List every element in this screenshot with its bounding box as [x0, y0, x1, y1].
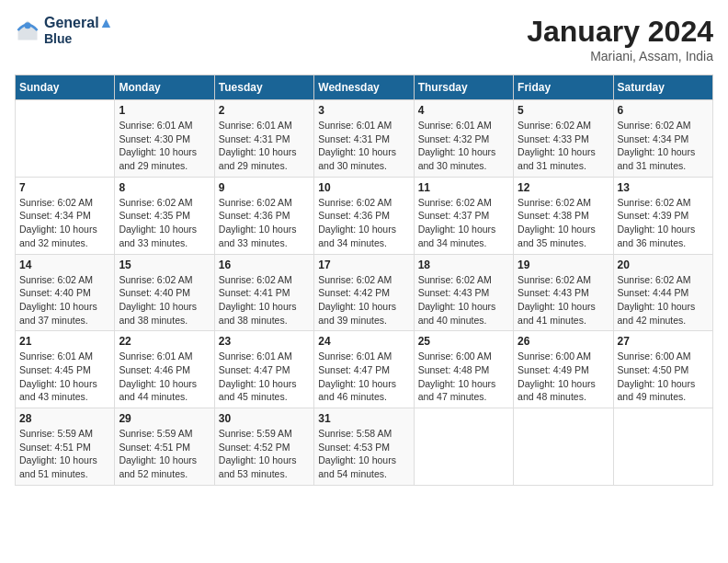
calendar-week-1: 1Sunrise: 6:01 AM Sunset: 4:30 PM Daylig… — [16, 100, 713, 178]
day-number: 23 — [219, 335, 310, 348]
calendar-cell: 19Sunrise: 6:02 AM Sunset: 4:43 PM Dayli… — [514, 254, 613, 331]
day-info: Sunrise: 6:02 AM Sunset: 4:33 PM Dayligh… — [518, 119, 609, 173]
calendar-cell — [613, 408, 712, 486]
day-number: 12 — [518, 181, 609, 194]
day-number: 6 — [618, 104, 709, 117]
day-number: 5 — [518, 104, 609, 117]
day-info: Sunrise: 6:02 AM Sunset: 4:41 PM Dayligh… — [219, 273, 310, 327]
day-info: Sunrise: 6:02 AM Sunset: 4:39 PM Dayligh… — [618, 196, 709, 250]
calendar-table: SundayMondayTuesdayWednesdayThursdayFrid… — [15, 75, 713, 486]
day-info: Sunrise: 6:02 AM Sunset: 4:34 PM Dayligh… — [618, 119, 709, 173]
calendar-cell: 2Sunrise: 6:01 AM Sunset: 4:31 PM Daylig… — [214, 100, 313, 178]
day-info: Sunrise: 6:02 AM Sunset: 4:43 PM Dayligh… — [418, 273, 509, 327]
calendar-cell: 9Sunrise: 6:02 AM Sunset: 4:36 PM Daylig… — [214, 177, 313, 254]
day-number: 25 — [418, 335, 509, 348]
header-day-monday: Monday — [115, 75, 214, 100]
day-number: 7 — [19, 181, 110, 194]
page-header: General▲ Blue January 2024 Mariani, Assa… — [15, 15, 713, 63]
calendar-cell: 20Sunrise: 6:02 AM Sunset: 4:44 PM Dayli… — [613, 254, 712, 331]
svg-point-2 — [25, 22, 31, 29]
calendar-cell: 13Sunrise: 6:02 AM Sunset: 4:39 PM Dayli… — [613, 177, 712, 254]
logo-text: General▲ Blue — [44, 15, 113, 46]
day-info: Sunrise: 6:01 AM Sunset: 4:46 PM Dayligh… — [119, 350, 210, 404]
calendar-cell: 16Sunrise: 6:02 AM Sunset: 4:41 PM Dayli… — [214, 254, 313, 331]
calendar-cell — [514, 408, 613, 486]
day-info: Sunrise: 5:59 AM Sunset: 4:51 PM Dayligh… — [119, 427, 210, 481]
calendar-cell: 18Sunrise: 6:02 AM Sunset: 4:43 PM Dayli… — [414, 254, 513, 331]
day-info: Sunrise: 6:00 AM Sunset: 4:48 PM Dayligh… — [418, 350, 509, 404]
day-info: Sunrise: 6:02 AM Sunset: 4:37 PM Dayligh… — [418, 196, 509, 250]
page-title: January 2024 — [527, 15, 713, 49]
day-info: Sunrise: 6:02 AM Sunset: 4:44 PM Dayligh… — [618, 273, 709, 327]
calendar-week-2: 7Sunrise: 6:02 AM Sunset: 4:34 PM Daylig… — [16, 177, 713, 254]
header-day-friday: Friday — [514, 75, 613, 100]
day-number: 26 — [518, 335, 609, 348]
calendar-cell: 10Sunrise: 6:02 AM Sunset: 4:36 PM Dayli… — [314, 177, 414, 254]
day-info: Sunrise: 5:58 AM Sunset: 4:53 PM Dayligh… — [318, 427, 409, 481]
day-info: Sunrise: 6:01 AM Sunset: 4:32 PM Dayligh… — [418, 119, 509, 173]
day-number: 20 — [618, 259, 709, 271]
title-block: January 2024 Mariani, Assam, India — [527, 15, 713, 63]
day-number: 31 — [318, 412, 409, 425]
calendar-cell: 11Sunrise: 6:02 AM Sunset: 4:37 PM Dayli… — [414, 177, 513, 254]
day-number: 1 — [119, 104, 210, 117]
header-day-thursday: Thursday — [414, 75, 513, 100]
calendar-cell: 14Sunrise: 6:02 AM Sunset: 4:40 PM Dayli… — [16, 254, 115, 331]
calendar-cell: 31Sunrise: 5:58 AM Sunset: 4:53 PM Dayli… — [314, 408, 414, 486]
calendar-cell: 25Sunrise: 6:00 AM Sunset: 4:48 PM Dayli… — [414, 331, 513, 408]
day-number: 21 — [19, 335, 110, 348]
logo: General▲ Blue — [15, 15, 113, 46]
calendar-cell — [414, 408, 513, 486]
page-subtitle: Mariani, Assam, India — [527, 49, 713, 63]
day-number: 2 — [219, 104, 310, 117]
day-number: 8 — [119, 181, 210, 194]
calendar-cell: 6Sunrise: 6:02 AM Sunset: 4:34 PM Daylig… — [613, 100, 712, 178]
calendar-cell: 27Sunrise: 6:00 AM Sunset: 4:50 PM Dayli… — [613, 331, 712, 408]
calendar-week-4: 21Sunrise: 6:01 AM Sunset: 4:45 PM Dayli… — [16, 331, 713, 408]
calendar-cell: 4Sunrise: 6:01 AM Sunset: 4:32 PM Daylig… — [414, 100, 513, 178]
calendar-header-row: SundayMondayTuesdayWednesdayThursdayFrid… — [16, 75, 713, 100]
header-day-wednesday: Wednesday — [314, 75, 414, 100]
day-number: 18 — [418, 259, 509, 271]
day-number: 14 — [19, 259, 110, 271]
day-number: 3 — [318, 104, 409, 117]
header-day-saturday: Saturday — [613, 75, 712, 100]
day-number: 22 — [119, 335, 210, 348]
calendar-cell: 28Sunrise: 5:59 AM Sunset: 4:51 PM Dayli… — [16, 408, 115, 486]
day-info: Sunrise: 6:02 AM Sunset: 4:38 PM Dayligh… — [518, 196, 609, 250]
day-info: Sunrise: 6:00 AM Sunset: 4:50 PM Dayligh… — [618, 350, 709, 404]
day-info: Sunrise: 6:00 AM Sunset: 4:49 PM Dayligh… — [518, 350, 609, 404]
logo-icon — [15, 17, 40, 43]
day-info: Sunrise: 6:02 AM Sunset: 4:35 PM Dayligh… — [119, 196, 210, 250]
calendar-cell: 30Sunrise: 5:59 AM Sunset: 4:52 PM Dayli… — [214, 408, 313, 486]
day-info: Sunrise: 5:59 AM Sunset: 4:51 PM Dayligh… — [19, 427, 110, 481]
day-number: 11 — [418, 181, 509, 194]
calendar-cell: 24Sunrise: 6:01 AM Sunset: 4:47 PM Dayli… — [314, 331, 414, 408]
calendar-week-5: 28Sunrise: 5:59 AM Sunset: 4:51 PM Dayli… — [16, 408, 713, 486]
day-number: 28 — [19, 412, 110, 425]
day-info: Sunrise: 6:01 AM Sunset: 4:47 PM Dayligh… — [219, 350, 310, 404]
day-info: Sunrise: 6:02 AM Sunset: 4:34 PM Dayligh… — [19, 196, 110, 250]
day-number: 13 — [618, 181, 709, 194]
calendar-cell: 21Sunrise: 6:01 AM Sunset: 4:45 PM Dayli… — [16, 331, 115, 408]
calendar-cell: 12Sunrise: 6:02 AM Sunset: 4:38 PM Dayli… — [514, 177, 613, 254]
day-info: Sunrise: 6:02 AM Sunset: 4:40 PM Dayligh… — [19, 273, 110, 327]
day-info: Sunrise: 6:02 AM Sunset: 4:36 PM Dayligh… — [219, 196, 310, 250]
day-number: 9 — [219, 181, 310, 194]
calendar-week-3: 14Sunrise: 6:02 AM Sunset: 4:40 PM Dayli… — [16, 254, 713, 331]
calendar-cell: 29Sunrise: 5:59 AM Sunset: 4:51 PM Dayli… — [115, 408, 214, 486]
day-info: Sunrise: 6:02 AM Sunset: 4:42 PM Dayligh… — [318, 273, 409, 327]
day-info: Sunrise: 6:01 AM Sunset: 4:31 PM Dayligh… — [219, 119, 310, 173]
calendar-cell: 7Sunrise: 6:02 AM Sunset: 4:34 PM Daylig… — [16, 177, 115, 254]
day-number: 19 — [518, 259, 609, 271]
header-day-sunday: Sunday — [16, 75, 115, 100]
day-number: 4 — [418, 104, 509, 117]
day-info: Sunrise: 6:01 AM Sunset: 4:31 PM Dayligh… — [318, 119, 409, 173]
day-info: Sunrise: 6:02 AM Sunset: 4:40 PM Dayligh… — [119, 273, 210, 327]
day-info: Sunrise: 6:01 AM Sunset: 4:30 PM Dayligh… — [119, 119, 210, 173]
calendar-cell: 8Sunrise: 6:02 AM Sunset: 4:35 PM Daylig… — [115, 177, 214, 254]
day-info: Sunrise: 6:01 AM Sunset: 4:47 PM Dayligh… — [318, 350, 409, 404]
calendar-cell: 17Sunrise: 6:02 AM Sunset: 4:42 PM Dayli… — [314, 254, 414, 331]
day-info: Sunrise: 6:02 AM Sunset: 4:43 PM Dayligh… — [518, 273, 609, 327]
calendar-cell: 1Sunrise: 6:01 AM Sunset: 4:30 PM Daylig… — [115, 100, 214, 178]
